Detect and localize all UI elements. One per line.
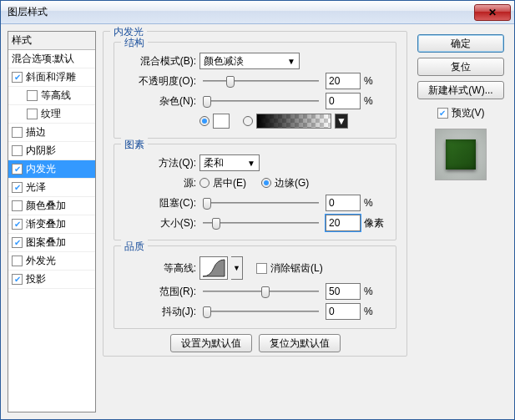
style-item-5[interactable]: 内发光 (8, 160, 95, 179)
choke-input[interactable]: 0 (326, 195, 361, 211)
blend-mode-dropdown[interactable]: 颜色减淡 ▼ (199, 53, 300, 69)
cancel-button[interactable]: 复位 (417, 58, 504, 76)
style-checkbox[interactable] (12, 237, 23, 248)
style-checkbox[interactable] (12, 182, 23, 193)
style-label: 斜面和浮雕 (26, 70, 76, 84)
source-center-label: 居中(E) (213, 176, 246, 190)
opacity-unit: % (364, 75, 389, 87)
gradient-radio[interactable] (243, 116, 253, 126)
right-panel: 确定 复位 新建样式(W)... 预览(V) (414, 31, 507, 412)
size-slider[interactable] (203, 215, 319, 230)
range-input[interactable]: 50 (326, 283, 361, 300)
preview-checkbox[interactable] (437, 108, 448, 119)
settings-panel: 内发光 结构 混合模式(B): 颜色减淡 ▼ 不透明度(O): 20 (99, 31, 411, 412)
preview-thumbnail (435, 129, 487, 180)
noise-label: 杂色(N): (121, 94, 196, 109)
range-unit: % (364, 286, 389, 297)
style-item-2[interactable]: 纹理 (8, 105, 95, 124)
opacity-label: 不透明度(O): (121, 74, 196, 89)
contour-label: 等高线: (121, 261, 196, 276)
style-checkbox[interactable] (27, 109, 38, 119)
elements-title: 图素 (121, 138, 148, 152)
close-icon: ✕ (488, 7, 497, 18)
style-checkbox[interactable] (12, 127, 23, 138)
choke-slider[interactable] (203, 195, 319, 210)
preview-sample-icon (446, 139, 476, 170)
ok-button[interactable]: 确定 (417, 34, 504, 53)
new-style-button[interactable]: 新建样式(W)... (417, 81, 504, 99)
style-item-10[interactable]: 外发光 (8, 252, 95, 271)
quality-group: 品质 等高线: ▼ 消除锯齿(L) 范围(R): 50 (114, 245, 396, 329)
styles-header: 样式 (8, 32, 95, 50)
jitter-input[interactable]: 0 (326, 303, 361, 320)
technique-value: 柔和 (204, 156, 224, 170)
style-label: 图案叠加 (26, 235, 66, 250)
size-input[interactable]: 20 (326, 215, 361, 231)
close-button[interactable]: ✕ (474, 4, 511, 21)
gradient-dropdown[interactable]: ▼ (335, 114, 348, 129)
style-item-1[interactable]: 等高线 (8, 87, 95, 105)
style-item-8[interactable]: 渐变叠加 (8, 215, 95, 234)
style-label: 外发光 (26, 254, 56, 268)
blending-options-item[interactable]: 混合选项:默认 (8, 50, 95, 68)
quality-title: 品质 (121, 240, 148, 254)
noise-slider[interactable] (203, 94, 319, 109)
reset-default-button[interactable]: 复位为默认值 (259, 334, 341, 352)
color-swatch[interactable] (213, 114, 230, 129)
technique-dropdown[interactable]: 柔和 ▼ (199, 154, 260, 171)
gradient-preview[interactable] (256, 114, 331, 129)
style-checkbox[interactable] (12, 200, 23, 211)
style-item-3[interactable]: 描边 (8, 124, 95, 142)
dialog-window: 图层样式 ✕ 样式 混合选项:默认 斜面和浮雕等高线纹理描边内阴影内发光光泽颜色… (0, 0, 515, 420)
contour-icon (202, 259, 225, 277)
style-label: 描边 (26, 125, 46, 139)
noise-input[interactable]: 0 (326, 93, 361, 109)
style-checkbox[interactable] (12, 145, 23, 156)
source-edge-radio[interactable] (261, 178, 271, 188)
jitter-label: 抖动(J): (121, 305, 196, 319)
source-label: 源: (121, 176, 196, 190)
titlebar: 图层样式 ✕ (1, 1, 514, 24)
style-item-0[interactable]: 斜面和浮雕 (8, 68, 95, 87)
style-item-6[interactable]: 光泽 (8, 179, 95, 197)
set-default-button[interactable]: 设置为默认值 (170, 334, 252, 352)
style-checkbox[interactable] (27, 90, 38, 101)
style-item-9[interactable]: 图案叠加 (8, 234, 95, 252)
style-item-7[interactable]: 颜色叠加 (8, 197, 95, 215)
contour-picker[interactable] (199, 256, 228, 280)
chevron-down-icon: ▼ (336, 115, 346, 127)
blend-mode-label: 混合模式(B): (121, 54, 196, 68)
antialias-checkbox[interactable] (256, 263, 267, 274)
style-item-11[interactable]: 投影 (8, 271, 95, 289)
color-radio[interactable] (199, 116, 210, 126)
style-checkbox[interactable] (12, 256, 23, 266)
elements-group: 图素 方法(Q): 柔和 ▼ 源: 居中(E) 边缘 (114, 144, 396, 240)
style-label: 颜色叠加 (26, 199, 66, 213)
source-center-radio[interactable] (199, 178, 210, 188)
opacity-slider[interactable] (203, 73, 319, 89)
style-checkbox[interactable] (12, 219, 23, 230)
style-checkbox[interactable] (12, 164, 23, 175)
size-unit: 像素 (364, 216, 389, 230)
style-label: 渐变叠加 (26, 217, 66, 231)
chevron-down-icon: ▼ (233, 264, 240, 272)
window-title: 图层样式 (8, 5, 48, 19)
client-area: 样式 混合选项:默认 斜面和浮雕等高线纹理描边内阴影内发光光泽颜色叠加渐变叠加图… (1, 24, 514, 419)
opacity-input[interactable]: 20 (326, 73, 361, 89)
style-checkbox[interactable] (12, 72, 23, 83)
contour-dropdown[interactable]: ▼ (231, 256, 243, 280)
range-slider[interactable] (203, 284, 319, 299)
jitter-slider[interactable] (203, 304, 319, 319)
size-label: 大小(S): (121, 216, 196, 230)
structure-group: 结构 混合模式(B): 颜色减淡 ▼ 不透明度(O): 20 % (114, 42, 396, 139)
main-group: 内发光 结构 混合模式(B): 颜色减淡 ▼ 不透明度(O): 20 (103, 31, 407, 357)
style-checkbox[interactable] (12, 274, 23, 285)
style-item-4[interactable]: 内阴影 (8, 142, 95, 160)
choke-unit: % (364, 197, 389, 209)
structure-title: 结构 (121, 36, 148, 50)
source-edge-label: 边缘(G) (275, 176, 309, 190)
blend-mode-value: 颜色减淡 (204, 54, 244, 68)
blending-options-label: 混合选项:默认 (12, 52, 74, 66)
style-label: 投影 (26, 272, 46, 286)
noise-unit: % (364, 95, 389, 107)
